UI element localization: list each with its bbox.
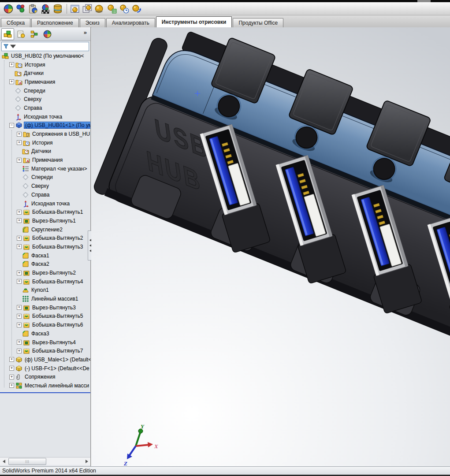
annotations-icon: A (23, 156, 30, 164)
tree-item[interactable]: +Вырез-Вытянуть1 (0, 216, 90, 225)
tree-item[interactable]: Материал <не указан> (0, 164, 90, 173)
expander-plus-icon[interactable]: + (17, 158, 22, 163)
tree-item[interactable]: +Бобышка-Вытянуть3 (0, 242, 90, 251)
expander-plus-icon[interactable]: + (17, 314, 22, 319)
filter-dropdown-caret-icon[interactable] (10, 44, 16, 49)
mates-icon (15, 373, 22, 380)
render-options-icon[interactable] (106, 3, 118, 15)
expander-plus-icon[interactable]: + (17, 340, 22, 345)
tree-item[interactable]: −(ф) USB_HUB01<1> (По ум (0, 121, 90, 130)
tree-item[interactable]: +Бобышка-Вытянуть5 (0, 312, 90, 321)
tree-item[interactable]: Спереди (0, 173, 90, 182)
edit-scene-icon[interactable] (40, 3, 51, 15)
schedule-render-icon[interactable] (119, 3, 130, 15)
integrated-preview-icon[interactable] (69, 3, 81, 15)
tree-item-label: USB_HUB02 (По умолчанию< (10, 53, 85, 59)
expander-plus-icon[interactable]: + (17, 140, 22, 145)
ribbon-tab[interactable]: Расположение (31, 18, 79, 27)
tree-item[interactable]: +(-) USB-F<1> (Default<<De (0, 364, 90, 373)
tree-item[interactable]: +Бобышка-Вытянуть7 (0, 346, 90, 355)
tree-item[interactable]: +Бобышка-Вытянуть2 (0, 234, 90, 242)
tree-item[interactable]: USB_HUB02 (По умолчанию< (0, 52, 90, 60)
tree-item[interactable]: +Вырез-Вытянуть2 (0, 268, 90, 277)
expander-plus-icon[interactable]: + (17, 305, 22, 310)
tree-item[interactable]: Линейный массив1 (0, 294, 90, 303)
panel-tab-displaymanager[interactable] (41, 28, 54, 40)
ribbon-tab[interactable]: Сборка (1, 18, 30, 27)
tree-item-label: Бобышка-Вытянуть3 (31, 244, 84, 250)
tree-item[interactable]: +AПримечания (0, 78, 90, 86)
expander-plus-icon[interactable]: + (9, 357, 14, 362)
expander-plus-icon[interactable]: + (9, 383, 14, 388)
boss-extrude-icon (23, 312, 30, 320)
tree-item[interactable]: +История (0, 60, 90, 69)
tree-item[interactable]: Датчики (0, 147, 90, 156)
tree-item[interactable]: +Вырез-Вытянуть3 (0, 303, 90, 312)
usb-hub-model[interactable]: USB HUB (91, 27, 450, 466)
tree-item[interactable]: Датчики (0, 69, 90, 78)
expander-plus-icon[interactable]: + (17, 279, 22, 284)
tree-item-label: Сверху (30, 183, 50, 189)
panel-horizontal-scrollbar[interactable]: ||| (0, 457, 90, 465)
tree-item[interactable]: Скругление2 (0, 225, 90, 234)
expander-plus-icon[interactable]: + (17, 349, 22, 353)
tree-item[interactable]: +Сопряжения в USB_HU (0, 130, 90, 138)
svg-text:A: A (26, 159, 29, 163)
tree-item[interactable]: Сверху (0, 182, 90, 190)
expander-plus-icon[interactable]: + (17, 218, 22, 223)
tree-item-label: Местный линейный масси (24, 383, 90, 389)
expander-plus-icon[interactable]: + (17, 244, 22, 249)
tree-item[interactable]: Исходная точка (0, 112, 90, 121)
tree-item[interactable]: Справа (0, 190, 90, 199)
tree-item[interactable]: +История (0, 138, 90, 147)
tree-item[interactable]: Исходная точка (0, 199, 90, 208)
scroll-right-icon[interactable] (83, 458, 90, 465)
expander-plus-icon[interactable]: + (9, 79, 14, 84)
ribbon-tab[interactable]: Инструменты отрисовки (156, 16, 232, 27)
tree-item[interactable]: Купол1 (0, 286, 90, 295)
tree-item[interactable]: Фаска1 (0, 251, 90, 260)
ribbon-tab[interactable]: Эскиз (80, 18, 105, 27)
render-region-icon[interactable] (94, 3, 105, 15)
tree-filter-input[interactable] (1, 42, 89, 51)
tree-item[interactable]: Справа (0, 104, 90, 112)
edit-appearance-icon[interactable] (3, 3, 14, 15)
expander-plus-icon[interactable]: + (17, 323, 22, 327)
final-render-icon[interactable] (82, 3, 93, 15)
tree-item[interactable]: +Местный линейный масси (0, 381, 90, 390)
expander-plus-icon[interactable]: + (17, 271, 22, 275)
copy-appearance-icon[interactable] (15, 3, 26, 15)
tree-item[interactable]: +Бобышка-Вытянуть4 (0, 277, 90, 286)
tree-item[interactable]: +Сопряжения (0, 372, 90, 381)
scroll-left-icon[interactable] (0, 458, 7, 465)
ribbon-tab[interactable]: Анализировать (106, 18, 155, 27)
paste-appearance-icon[interactable] (27, 3, 39, 15)
expander-plus-icon[interactable]: + (9, 62, 14, 67)
tree-item[interactable]: +(ф) USB_Male<1> (Default< (0, 355, 90, 364)
tree-item[interactable]: +AПримечания (0, 156, 90, 164)
expander-plus-icon[interactable]: + (17, 236, 22, 241)
expander-plus-icon[interactable]: + (17, 132, 22, 137)
scrollbar-thumb[interactable]: ||| (8, 458, 46, 465)
tree-item[interactable]: Фаска3 (0, 329, 90, 338)
panel-tab-configurationmanager[interactable] (28, 28, 41, 40)
expander-plus-icon[interactable]: + (17, 210, 22, 215)
expander-plus-icon[interactable]: + (9, 366, 14, 371)
tree-item[interactable]: +Бобышка-Вытянуть1 (0, 208, 90, 216)
graphics-viewport[interactable]: USB HUB (91, 27, 450, 466)
expander-minus-icon[interactable]: − (9, 123, 14, 128)
boss-extrude-icon (23, 234, 30, 242)
boss-extrude-icon (23, 243, 30, 250)
panel-overflow-chevron[interactable]: » (84, 29, 87, 36)
tree-item[interactable]: Сверху (0, 95, 90, 104)
panel-tab-featuremanager[interactable] (1, 28, 14, 40)
appearance-library-icon[interactable] (52, 3, 63, 15)
tree-item[interactable]: Спереди (0, 86, 90, 95)
panel-tab-propertymanager[interactable] (15, 28, 27, 40)
recall-render-icon[interactable] (131, 3, 142, 15)
tree-item[interactable]: +Вырез-Вытянуть4 (0, 338, 90, 347)
tree-item[interactable]: Фаска2 (0, 260, 90, 269)
tree-item[interactable]: +Бобышка-Вытянуть6 (0, 320, 90, 329)
ribbon-tab[interactable]: Продукты Office (233, 18, 283, 27)
expander-plus-icon[interactable]: + (9, 375, 14, 379)
